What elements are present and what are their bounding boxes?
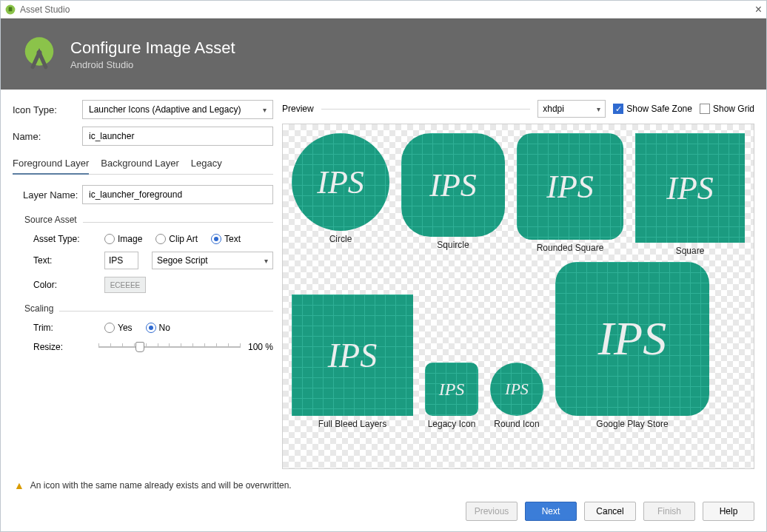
- preview-panel: Preview xhdpi ✓Show Safe Zone Show Grid …: [282, 100, 754, 469]
- button-bar: Previous Next Cancel Finish Help: [1, 491, 766, 531]
- preview-canvas: IPSCircle IPSSquircle IPSRounded Square …: [282, 124, 754, 469]
- next-button[interactable]: Next: [525, 502, 577, 521]
- icon-type-label: Icon Type:: [13, 104, 82, 115]
- asset-type-label: Asset Type:: [33, 234, 91, 244]
- cancel-button[interactable]: Cancel: [584, 502, 636, 521]
- trim-label: Trim:: [33, 323, 91, 333]
- page-subtitle: Android Studio: [70, 59, 235, 70]
- layer-name-input[interactable]: [82, 185, 273, 204]
- finish-button[interactable]: Finish: [643, 502, 695, 521]
- warning-row: ▲ An icon with the same name already exi…: [1, 469, 766, 491]
- warning-icon: ▲: [14, 479, 24, 491]
- asset-studio-window: Asset Studio × Configure Image Asset And…: [0, 0, 767, 532]
- warning-text: An icon with the same name already exist…: [30, 480, 292, 491]
- source-asset-group: Source Asset: [24, 215, 77, 225]
- name-input[interactable]: [82, 127, 273, 146]
- radio-clip-art[interactable]: Clip Art: [155, 234, 198, 244]
- name-label: Name:: [13, 131, 82, 142]
- color-swatch[interactable]: ECEEEE: [104, 277, 146, 293]
- font-combo[interactable]: Segoe Script: [152, 252, 273, 269]
- cap-play: Google Play Store: [596, 419, 668, 429]
- resize-value: 100 %: [248, 342, 273, 352]
- chk-show-safe-zone[interactable]: ✓Show Safe Zone: [613, 104, 692, 114]
- tab-foreground-layer[interactable]: Foreground Layer: [13, 155, 89, 175]
- radio-text[interactable]: Text: [211, 234, 241, 244]
- cap-round: Round Icon: [494, 419, 539, 429]
- window-title: Asset Studio: [20, 4, 70, 15]
- radio-trim-no[interactable]: No: [146, 323, 170, 333]
- window-close-icon[interactable]: ×: [755, 3, 762, 16]
- color-label: Color:: [33, 280, 91, 290]
- radio-image[interactable]: Image: [104, 234, 142, 244]
- cap-full-bleed: Full Bleed Layers: [318, 419, 387, 429]
- banner: Configure Image Asset Android Studio: [1, 18, 766, 90]
- page-title: Configure Image Asset: [70, 38, 235, 58]
- text-label: Text:: [33, 255, 91, 266]
- cap-circle: Circle: [329, 234, 352, 244]
- cap-square: Square: [676, 246, 705, 256]
- text-input[interactable]: [104, 252, 138, 269]
- content-area: Icon Type: Launcher Icons (Adaptive and …: [1, 90, 766, 469]
- density-select[interactable]: xhdpi: [537, 100, 606, 118]
- resize-label: Resize:: [33, 342, 91, 352]
- cap-squircle: Squircle: [437, 240, 469, 250]
- scaling-group: Scaling: [24, 303, 53, 314]
- config-panel: Icon Type: Launcher Icons (Adaptive and …: [13, 100, 273, 469]
- cap-rounded: Rounded Square: [537, 243, 604, 253]
- previous-button[interactable]: Previous: [466, 502, 518, 521]
- tab-background-layer[interactable]: Background Layer: [101, 155, 179, 174]
- icon-type-combo[interactable]: Launcher Icons (Adaptive and Legacy): [82, 100, 273, 119]
- resize-slider[interactable]: [98, 340, 241, 354]
- svg-rect-1: [9, 7, 13, 11]
- preview-label: Preview: [282, 104, 314, 114]
- android-studio-large-icon: [19, 33, 60, 75]
- chk-show-grid[interactable]: Show Grid: [700, 104, 754, 114]
- help-button[interactable]: Help: [703, 502, 754, 521]
- cap-legacy: Legacy Icon: [428, 419, 476, 429]
- android-studio-icon: [5, 4, 16, 15]
- tab-legacy[interactable]: Legacy: [191, 155, 222, 174]
- svg-point-3: [37, 50, 42, 55]
- titlebar: Asset Studio ×: [1, 1, 766, 18]
- layer-tabs: Foreground Layer Background Layer Legacy: [13, 155, 273, 175]
- radio-trim-yes[interactable]: Yes: [104, 323, 133, 333]
- layer-name-label: Layer Name:: [23, 189, 82, 201]
